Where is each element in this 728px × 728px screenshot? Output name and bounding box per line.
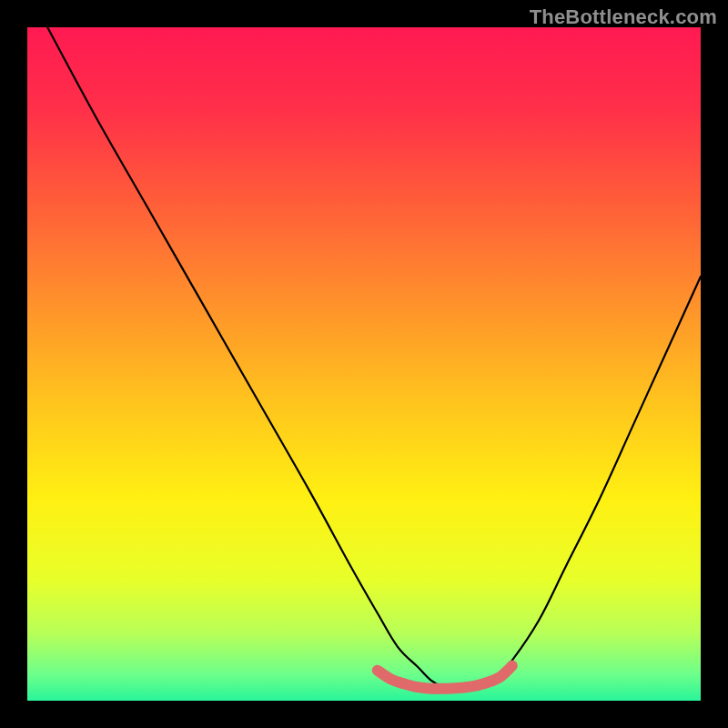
plot-area: [27, 27, 701, 701]
chart-svg: [27, 27, 701, 701]
watermark-text: TheBottleneck.com: [530, 5, 717, 29]
chart-frame: TheBottleneck.com: [0, 0, 728, 728]
gradient-background: [27, 27, 701, 701]
